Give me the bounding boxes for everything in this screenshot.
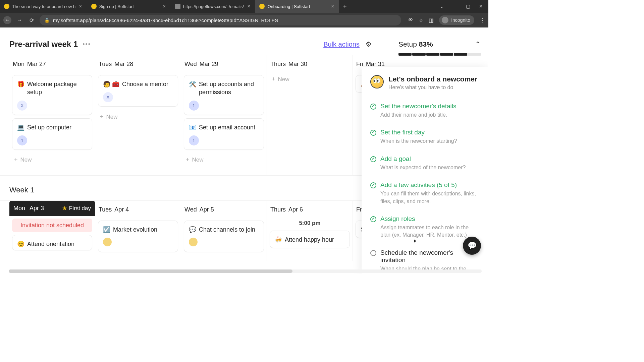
setup-progress-header[interactable]: Setup 83% ⌃ [398, 27, 488, 56]
app-viewport: Setup 83% ⌃ Pre-arrival week 1 ••• Bulk … [0, 27, 488, 274]
mail-icon: 📧 [189, 123, 196, 131]
check-circle-icon [370, 104, 376, 110]
url-text: my.softstart.app/plans/d48cca86-6224-4a3… [53, 17, 278, 23]
checklist-title: Let's onboard a newcomer [388, 75, 477, 83]
chevron-up-icon[interactable]: ⌃ [475, 40, 481, 48]
browser-tab[interactable]: Sign up | Softstart × [87, 0, 171, 13]
plus-icon: + [272, 76, 275, 83]
avatar[interactable]: 1 [17, 135, 27, 145]
avatar[interactable]: 1 [189, 101, 199, 111]
kebab-menu-icon[interactable]: ⋮ [480, 17, 485, 23]
tab-title: Sign up | Softstart [99, 4, 160, 9]
address-bar: ← → ⟳ 🔒 my.softstart.app/plans/d48cca86-… [0, 13, 488, 27]
setup-progress-bar [398, 53, 481, 56]
task-card[interactable]: 🧑 🧰Choose a mentor X [98, 75, 178, 107]
day-column: TuesMar 28 🧑 🧰Choose a mentor X +New [95, 55, 181, 175]
chat-bubble-icon: 💬 [468, 241, 477, 250]
close-icon[interactable]: × [330, 3, 335, 9]
close-icon[interactable]: × [162, 3, 166, 9]
maximize-icon[interactable]: ▢ [466, 4, 470, 9]
check-circle-icon [370, 216, 376, 222]
task-card[interactable]: 💬Chat channels to join [184, 221, 264, 252]
browser-tab-strip: The smart way to onboard new h × Sign up… [0, 0, 488, 13]
browser-tab[interactable]: The smart way to onboard new h × [0, 0, 87, 13]
day-column: ThursApr 6 5:00 pm 🍻Attend happy hour [267, 201, 353, 261]
chat-icon: 💬 [189, 226, 196, 234]
avatar[interactable]: 1 [189, 135, 199, 145]
browser-tab[interactable]: https://pageflows.com/_/emails/ × [171, 0, 256, 13]
incognito-label: Incognito [451, 17, 470, 23]
minimize-icon[interactable]: — [452, 4, 457, 9]
invitation-status-chip[interactable]: Invitation not scheduled [12, 219, 92, 232]
close-icon[interactable]: × [78, 3, 83, 9]
checklist-item[interactable]: Add a few activities (5 of 5)You can fil… [370, 177, 480, 210]
laptop-icon: 💻 [17, 123, 24, 131]
task-card[interactable]: 🛠️Set up accounts and permissions 1 [184, 75, 264, 115]
favicon-icon [91, 4, 97, 9]
add-task-button[interactable]: +New [267, 72, 353, 86]
check-circle-icon [370, 182, 376, 188]
tab-title: The smart way to onboard new h [12, 4, 75, 9]
task-card[interactable]: 📧Set up email account 1 [184, 118, 264, 150]
checkbox-icon: ☑️ [103, 226, 110, 234]
chevron-down-icon[interactable]: ⌄ [440, 4, 444, 9]
add-task-button[interactable]: +New [95, 110, 181, 124]
scrollbar-thumb[interactable] [9, 269, 292, 273]
task-card[interactable]: 💻Set up computer 1 [12, 118, 92, 150]
check-circle-icon [370, 156, 376, 162]
avatar[interactable]: X [103, 92, 113, 102]
task-card[interactable]: 🎁Welcome package setup X [12, 75, 92, 115]
day-column: ThursMar 30 +New [267, 55, 353, 175]
first-day-header: Mon Apr 3 ★First day [9, 201, 95, 216]
reload-button[interactable]: ⟳ [28, 16, 36, 24]
day-column: Mon Apr 3 ★First day Invitation not sche… [9, 201, 95, 261]
close-window-icon[interactable]: ✕ [479, 4, 483, 9]
bulk-actions-link[interactable]: Bulk actions [323, 41, 360, 48]
window-controls: ⌄ — ▢ ✕ [434, 0, 488, 13]
setup-label: Setup [398, 40, 417, 48]
settings-sliders-icon[interactable]: ⚙ [366, 40, 372, 48]
checklist-item[interactable]: Add a goalWhat is expected of the newcom… [370, 150, 480, 177]
add-task-button[interactable]: +New [9, 153, 95, 167]
horizontal-scrollbar[interactable] [9, 269, 482, 273]
new-tab-button[interactable]: + [339, 0, 351, 13]
star-icon: ★ [62, 205, 67, 212]
checklist-subtitle: Here's what you have to do [388, 84, 477, 90]
cursor-icon: ✦ [413, 238, 417, 244]
tab-title: https://pageflows.com/_/emails/ [183, 4, 244, 9]
browser-tab-active[interactable]: Onboarding | Softstart × [255, 0, 339, 13]
back-button[interactable]: ← [3, 16, 11, 24]
avatar[interactable] [189, 238, 198, 246]
close-icon[interactable]: × [247, 3, 251, 9]
task-card[interactable]: ☑️Market evolution [98, 221, 178, 252]
checklist-item[interactable]: Set the newcomer's detailsAdd their name… [370, 98, 480, 124]
avatar[interactable] [103, 238, 112, 246]
url-input[interactable]: 🔒 my.softstart.app/plans/d48cca86-6224-4… [40, 15, 401, 25]
incognito-badge[interactable]: Incognito [439, 15, 474, 25]
avatar[interactable]: X [17, 101, 27, 111]
plus-icon: + [186, 157, 190, 164]
incognito-icon [442, 17, 448, 23]
chat-fab-button[interactable]: 💬 [463, 237, 481, 255]
mentor-icon: 🧑 🧰 [103, 80, 119, 88]
plus-icon: + [100, 113, 104, 120]
favicon-icon [175, 4, 180, 9]
tab-title: Onboarding | Softstart [267, 4, 328, 9]
onboard-mascot-icon [370, 75, 384, 88]
task-card[interactable]: 😊Attend orientation [12, 235, 92, 250]
task-card[interactable]: 🍻Attend happy hour [270, 231, 350, 248]
checklist-item[interactable]: Set the first dayWhen is the newcomer st… [370, 124, 480, 150]
smile-icon: 😊 [17, 240, 24, 248]
tools-icon: 🛠️ [189, 80, 196, 88]
add-task-button[interactable]: +New [181, 153, 267, 167]
eye-off-icon[interactable]: 👁 [408, 17, 413, 23]
more-icon[interactable]: ••• [83, 41, 91, 48]
bookmark-icon[interactable]: ☆ [419, 17, 423, 23]
checklist-item[interactable]: Assign rolesAssign teammates to each rol… [370, 210, 480, 244]
check-circle-icon [370, 130, 376, 136]
plus-icon: + [14, 157, 18, 164]
section-title: Pre-arrival week 1 [9, 40, 78, 49]
favicon-icon [4, 4, 9, 9]
forward-button[interactable]: → [15, 16, 23, 24]
panel-icon[interactable]: ▥ [429, 17, 434, 23]
